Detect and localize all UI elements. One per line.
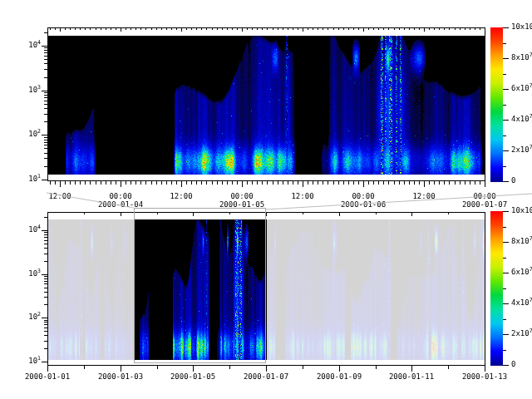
colorbar-major-tick bbox=[503, 365, 509, 366]
x-minor-tick bbox=[151, 181, 152, 185]
x-minor-tick bbox=[157, 366, 158, 369]
x-minor-tick bbox=[257, 181, 258, 185]
x-minor-tick bbox=[485, 181, 485, 185]
x-tick-date-label: 2000-01-07 bbox=[237, 372, 295, 381]
colorbar-major-tick bbox=[503, 120, 509, 121]
x-minor-tick bbox=[50, 181, 51, 185]
x-minor-tick-inner bbox=[131, 28, 131, 30]
x-minor-tick bbox=[55, 181, 56, 185]
x-minor-tick-inner bbox=[353, 28, 354, 30]
x-tick-date-label: 2000-01-01 bbox=[18, 372, 76, 381]
colorbar-tick-label: 4x107 bbox=[511, 115, 532, 124]
y-minor-tick bbox=[44, 297, 47, 298]
x-tick-time-label: 00:00 bbox=[91, 192, 150, 200]
y-minor-tick bbox=[44, 240, 47, 241]
colorbar-tick-label: 6x107 bbox=[511, 268, 532, 277]
y-minor-tick bbox=[44, 234, 47, 235]
x-major-tick-inner bbox=[47, 213, 48, 216]
x-minor-tick bbox=[247, 181, 248, 185]
x-minor-tick bbox=[65, 181, 66, 185]
x-minor-tick-inner bbox=[308, 28, 308, 30]
x-minor-tick-inner bbox=[460, 28, 461, 30]
x-minor-tick-inner bbox=[166, 28, 167, 30]
y-major-tick bbox=[42, 180, 47, 180]
x-tick-date-label: 2000-01-13 bbox=[456, 372, 514, 381]
x-major-tick bbox=[47, 366, 48, 372]
x-major-tick-inner bbox=[339, 213, 340, 216]
x-minor-tick-inner bbox=[85, 28, 86, 30]
x-minor-tick-inner bbox=[111, 28, 111, 30]
x-tick-date-label: 2000-01-03 bbox=[91, 372, 150, 381]
y-minor-tick bbox=[44, 288, 47, 288]
x-minor-tick-inner bbox=[186, 28, 187, 30]
zoom-selection-rect[interactable] bbox=[134, 208, 266, 363]
colorbar-major-tick bbox=[503, 181, 509, 182]
x-minor-tick bbox=[101, 181, 101, 185]
y-minor-tick bbox=[44, 283, 47, 284]
x-minor-tick bbox=[303, 366, 303, 369]
y-minor-tick bbox=[44, 237, 47, 238]
x-minor-tick-inner bbox=[84, 213, 85, 214]
x-minor-tick bbox=[176, 181, 177, 185]
x-minor-tick bbox=[237, 181, 238, 185]
x-minor-tick bbox=[96, 181, 96, 185]
x-minor-tick bbox=[217, 181, 218, 185]
x-minor-tick bbox=[323, 181, 323, 185]
x-tick-time-label: 00:00 bbox=[213, 192, 271, 200]
x-minor-tick bbox=[85, 181, 86, 185]
x-minor-tick-inner bbox=[475, 28, 475, 30]
colorbar-major-tick bbox=[503, 273, 509, 273]
x-minor-tick-inner bbox=[50, 28, 51, 30]
x-minor-tick bbox=[373, 181, 374, 185]
colorbar-tick-label: 8x107 bbox=[511, 53, 532, 62]
x-minor-tick bbox=[455, 181, 456, 185]
y-major-tick bbox=[42, 362, 47, 362]
x-major-tick bbox=[266, 366, 267, 372]
y-minor-tick bbox=[44, 50, 47, 51]
x-minor-tick-inner bbox=[444, 28, 445, 30]
y-minor-tick bbox=[44, 32, 47, 33]
x-minor-tick bbox=[419, 181, 420, 185]
x-minor-tick-inner bbox=[323, 28, 323, 30]
x-minor-tick-inner bbox=[378, 28, 379, 30]
x-minor-tick bbox=[358, 181, 359, 185]
x-minor-tick bbox=[283, 181, 283, 185]
x-minor-tick-inner bbox=[191, 28, 192, 30]
x-minor-tick bbox=[84, 366, 85, 369]
x-minor-tick bbox=[368, 181, 369, 185]
y-major-tick bbox=[42, 46, 47, 47]
y-minor-tick bbox=[44, 335, 47, 336]
x-minor-tick bbox=[171, 181, 172, 185]
y-minor-tick bbox=[44, 158, 47, 159]
x-major-tick bbox=[339, 366, 340, 372]
bottom-spectrogram-plot-area[interactable] bbox=[48, 219, 485, 360]
exponent: 3 bbox=[37, 84, 41, 91]
x-tick-time-label: 12:00 bbox=[31, 192, 89, 200]
top-spectrogram-plot-area[interactable] bbox=[48, 36, 485, 175]
y-minor-tick bbox=[44, 56, 47, 57]
x-minor-tick bbox=[273, 181, 273, 185]
x-minor-tick-inner bbox=[434, 28, 435, 30]
colorbar-major-tick bbox=[503, 89, 509, 90]
y-major-tick bbox=[42, 274, 47, 275]
x-minor-tick-inner bbox=[247, 28, 248, 30]
x-minor-tick bbox=[409, 181, 410, 185]
colorbar-minor-tick bbox=[503, 258, 506, 259]
y-minor-tick bbox=[44, 217, 47, 218]
x-minor-tick bbox=[460, 181, 461, 185]
x-tick-time-label: 12:00 bbox=[395, 192, 453, 200]
x-minor-tick bbox=[313, 181, 313, 185]
x-minor-tick-inner bbox=[373, 28, 374, 30]
x-minor-tick-inner bbox=[121, 28, 121, 30]
y-tick-label: 102 bbox=[11, 130, 41, 139]
x-minor-tick bbox=[156, 181, 157, 185]
x-minor-tick bbox=[343, 181, 344, 185]
x-minor-tick-inner bbox=[333, 28, 334, 30]
x-minor-tick-inner bbox=[181, 28, 182, 30]
exponent: 1 bbox=[37, 355, 41, 362]
x-minor-tick bbox=[298, 181, 298, 185]
x-minor-tick bbox=[242, 181, 243, 185]
x-minor-tick bbox=[262, 181, 263, 185]
x-minor-tick bbox=[206, 181, 207, 185]
y-minor-tick bbox=[44, 47, 47, 48]
